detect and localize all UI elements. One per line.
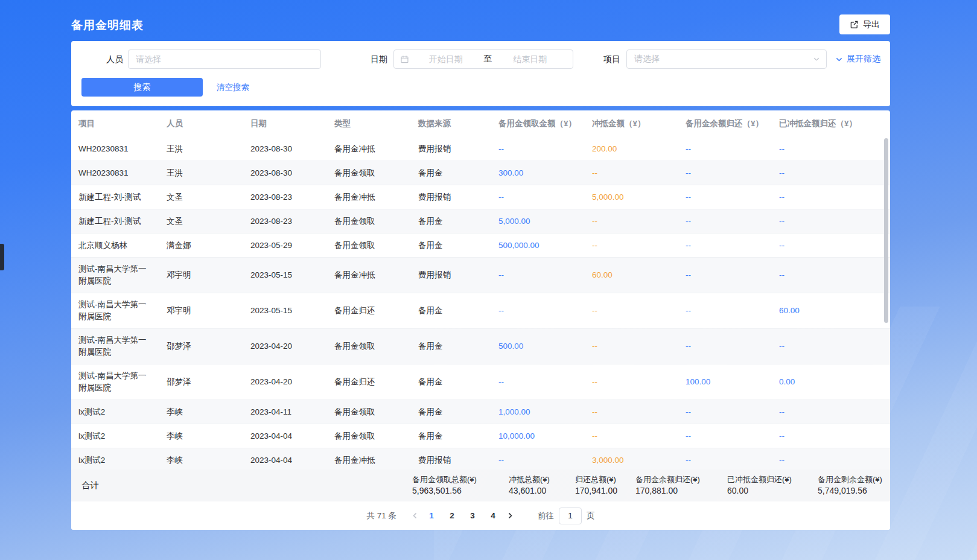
- cell-type: 备用金冲抵: [327, 258, 411, 293]
- cell-offset_return: --: [772, 209, 890, 233]
- cell-type: 备用金领取: [327, 424, 411, 448]
- goto-page-group: 前往 页: [538, 508, 595, 524]
- person-input[interactable]: [128, 49, 321, 69]
- cell-offset_return: --: [772, 137, 890, 161]
- vertical-scrollbar[interactable]: [884, 138, 888, 323]
- cell-balance_return: --: [678, 329, 772, 364]
- table-row: 测试-南昌大学第一附属医院邵梦泽2023-04-20备用金归还备用金----10…: [71, 364, 890, 400]
- cell-source: 费用报销: [411, 258, 491, 293]
- cell-type: 备用金领取: [327, 209, 411, 233]
- cell-draw: --: [491, 293, 585, 328]
- cell-offset: --: [585, 364, 678, 399]
- sidebar-handle[interactable]: [0, 244, 4, 270]
- cell-draw: 300.00: [491, 161, 585, 185]
- clear-search-link[interactable]: 清空搜索: [217, 82, 249, 93]
- page-number-button[interactable]: 3: [464, 508, 481, 524]
- cell-type: 备用金领取: [327, 234, 411, 257]
- main-content: 备用金明细表 导出 人员 日期: [71, 0, 890, 530]
- cell-offset: --: [585, 424, 678, 448]
- cell-source: 费用报销: [411, 448, 491, 469]
- cell-offset: --: [585, 329, 678, 364]
- cell-offset: --: [585, 161, 678, 185]
- export-button[interactable]: 导出: [839, 14, 890, 34]
- cell-project: 测试-南昌大学第一附属医院: [71, 293, 159, 328]
- top-bar: 备用金明细表 导出: [71, 0, 890, 41]
- table-row: 测试-南昌大学第一附属医院邵梦泽2023-04-20备用金领取备用金500.00…: [71, 329, 890, 364]
- cell-draw: 5,000.00: [491, 209, 585, 233]
- prev-page-button[interactable]: [406, 508, 423, 524]
- expand-filters-link[interactable]: 展开筛选: [835, 54, 880, 65]
- page-unit-label: 页: [587, 511, 595, 521]
- table-row: 测试-南昌大学第一附属医院邓宇明2023-05-15备用金冲抵费用报销--60.…: [71, 258, 890, 293]
- page-number-button[interactable]: 1: [423, 508, 440, 524]
- cell-offset_return: --: [772, 424, 890, 448]
- filter-row-2: 搜索 清空搜索: [81, 78, 880, 97]
- cell-date: 2023-04-11: [243, 400, 327, 424]
- cell-balance_return: --: [678, 424, 772, 448]
- cell-source: 备用金: [411, 400, 491, 424]
- person-label: 人员: [106, 49, 123, 69]
- table-row: lx测试2李峡2023-04-04备用金领取备用金10,000.00------: [71, 424, 890, 448]
- start-date-input[interactable]: [409, 54, 483, 64]
- column-header: 日期: [243, 118, 327, 129]
- summary-item: 冲抵总额(¥)43,601.00: [509, 474, 575, 497]
- search-button[interactable]: 搜索: [81, 78, 203, 97]
- table-row: lx测试2李峡2023-04-04备用金冲抵费用报销--3,000.00----: [71, 448, 890, 469]
- cell-source: 费用报销: [411, 137, 491, 161]
- cell-date: 2023-05-29: [243, 234, 327, 257]
- page-title: 备用金明细表: [71, 18, 144, 33]
- goto-label: 前往: [538, 511, 554, 521]
- end-date-input[interactable]: [494, 54, 567, 64]
- filter-panel: 人员 日期 至 项目 请选择: [71, 41, 890, 106]
- cell-offset_return: --: [772, 400, 890, 424]
- table-row: lx测试2李峡2023-04-11备用金领取备用金1,000.00------: [71, 400, 890, 424]
- cell-date: 2023-05-15: [243, 293, 327, 328]
- cell-project: lx测试2: [71, 400, 159, 424]
- cell-offset_return: --: [772, 329, 890, 364]
- summary-item-label: 备用金剩余金额(¥): [818, 474, 885, 485]
- date-label: 日期: [371, 49, 387, 69]
- cell-source: 备用金: [411, 424, 491, 448]
- cell-person: 邵梦泽: [159, 364, 243, 399]
- column-header: 冲抵金额（¥）: [585, 118, 678, 129]
- date-range-picker[interactable]: 至: [393, 49, 573, 69]
- chevron-right-icon: [506, 512, 514, 520]
- summary-item: 归还总额(¥)170,941.00: [575, 474, 635, 497]
- column-header: 已冲抵金额归还（¥）: [772, 118, 890, 129]
- cell-offset: 5,000.00: [585, 185, 678, 209]
- cell-draw: 10,000.00: [491, 424, 585, 448]
- cell-person: 李峡: [159, 400, 243, 424]
- table-row: WH20230831王洪2023-08-30备用金领取备用金300.00----…: [71, 161, 890, 185]
- cell-offset: 60.00: [585, 258, 678, 293]
- summary-item-label: 冲抵总额(¥): [509, 474, 570, 485]
- goto-page-input[interactable]: [559, 508, 582, 524]
- chevron-down-icon: [835, 56, 843, 63]
- summary-item-value: 43,601.00: [509, 485, 570, 497]
- page-number-button[interactable]: 2: [444, 508, 460, 524]
- cell-date: 2023-08-30: [243, 161, 327, 185]
- cell-date: 2023-08-23: [243, 209, 327, 233]
- cell-source: 备用金: [411, 234, 491, 257]
- cell-balance_return: --: [678, 161, 772, 185]
- export-icon: [850, 20, 859, 29]
- cell-offset: --: [585, 400, 678, 424]
- project-select[interactable]: 请选择: [626, 49, 827, 69]
- cell-type: 备用金冲抵: [327, 185, 411, 209]
- cell-source: 备用金: [411, 364, 491, 399]
- page-number-button[interactable]: 4: [485, 508, 501, 524]
- table-body: WH20230831王洪2023-08-30备用金冲抵费用报销--200.00-…: [71, 137, 890, 469]
- cell-person: 李峡: [159, 448, 243, 469]
- cell-offset_return: 60.00: [772, 293, 890, 328]
- table-row: 测试-南昌大学第一附属医院邓宇明2023-05-15备用金归还备用金------…: [71, 293, 890, 329]
- cell-offset_return: --: [772, 185, 890, 209]
- project-label: 项目: [603, 49, 620, 69]
- cell-draw: 500,000.00: [491, 234, 585, 257]
- cell-offset: --: [585, 209, 678, 233]
- column-header: 人员: [159, 118, 243, 129]
- column-header: 类型: [327, 118, 411, 129]
- cell-project: WH20230831: [71, 161, 159, 185]
- next-page-button[interactable]: [501, 508, 518, 524]
- cell-balance_return: --: [678, 209, 772, 233]
- page-list: 1234: [423, 508, 501, 524]
- cell-balance_return: --: [678, 185, 772, 209]
